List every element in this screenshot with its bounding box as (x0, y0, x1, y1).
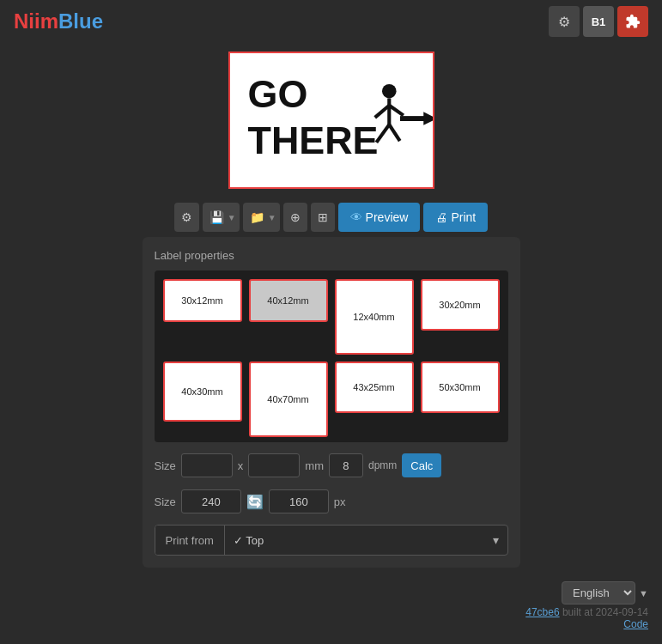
height-px-input[interactable] (269, 489, 329, 513)
dpmm-label: dpmm (368, 459, 397, 471)
eye-icon: 👁 (350, 210, 362, 224)
refresh-btn[interactable]: 🔄 (246, 494, 264, 510)
settings-icon-btn[interactable]: ⚙ (549, 6, 580, 37)
chevron-down-icon: ▼ (639, 588, 648, 598)
crop-btn[interactable]: ⊞ (311, 203, 335, 232)
plugin-button[interactable] (617, 6, 648, 37)
print-from-row: Print from ✓ Top Left Right Bottom ▾ (155, 525, 508, 556)
header: NiimBlue ⚙ B1 (0, 0, 662, 43)
size-grid: 30x12mm40x12mm12x40mm30x20mm40x30mm40x70… (155, 270, 508, 442)
size-item[interactable]: 30x12mm (163, 279, 242, 322)
label-preview: GO THERE (228, 52, 434, 189)
preview-svg: GO THERE (230, 53, 433, 187)
print-from-select[interactable]: ✓ Top Left Right Bottom (225, 526, 484, 555)
plugin-icon (625, 14, 641, 29)
logo-niim: Niim (14, 9, 58, 33)
svg-text:THERE: THERE (247, 118, 378, 162)
size-label: Size (155, 459, 176, 472)
commit-link[interactable]: 47cbe6 (525, 606, 559, 618)
code-link[interactable]: Code (623, 618, 648, 630)
app-logo: NiimBlue (14, 9, 103, 33)
settings-icon: ⚙ (181, 210, 192, 224)
size-px-row: Size 🔄 px (155, 487, 508, 516)
save-btn[interactable]: 💾 ▼ (203, 203, 240, 232)
settings-btn[interactable]: ⚙ (174, 203, 199, 232)
refresh-icon: 🔄 (246, 494, 264, 510)
logo-blue: Blue (58, 9, 103, 33)
size-width-input[interactable] (181, 453, 233, 477)
panel: Label properties 30x12mm40x12mm12x40mm30… (143, 237, 520, 568)
size-px-label: Size (155, 495, 176, 508)
folder-arrow: ▼ (268, 213, 276, 222)
add-circle-btn[interactable]: ⊕ (283, 203, 307, 232)
unit-px: px (334, 495, 346, 508)
header-buttons: ⚙ B1 (549, 6, 648, 37)
x-separator: x (238, 459, 244, 472)
size-item[interactable]: 40x70mm (249, 361, 328, 437)
crop-icon: ⊞ (318, 210, 328, 224)
dpi-input[interactable] (329, 453, 363, 477)
panel-title: Label properties (155, 249, 508, 262)
svg-line-4 (374, 106, 389, 118)
preview-area: GO THERE (0, 43, 662, 197)
size-item[interactable]: 12x40mm (335, 279, 414, 355)
unit-mm: mm (305, 459, 324, 472)
folder-btn[interactable]: 📁 ▼ (243, 203, 280, 232)
save-arrow: ▼ (228, 213, 236, 222)
size-item[interactable]: 43x25mm (335, 361, 414, 413)
print-from-label: Print from (155, 526, 225, 555)
calc-btn[interactable]: Calc (402, 453, 441, 477)
toolbar: ⚙ 💾 ▼ 📁 ▼ ⊕ ⊞ 👁 Preview 🖨 Print (0, 197, 662, 237)
svg-marker-9 (423, 112, 433, 125)
size-row: Size x mm dpmm Calc (155, 451, 508, 480)
size-item[interactable]: 50x30mm (421, 361, 500, 413)
print-icon: 🖨 (435, 210, 447, 224)
language-select[interactable]: English French German Spanish Chinese (562, 581, 635, 605)
svg-text:GO: GO (247, 72, 307, 116)
add-circle-icon: ⊕ (290, 210, 301, 224)
footer: English French German Spanish Chinese ▼ … (0, 581, 662, 630)
footer-info: 47cbe6 built at 2024-09-14 Code (525, 606, 648, 630)
b1-button[interactable]: B1 (583, 6, 614, 37)
preview-label: Preview (366, 210, 409, 224)
print-btn[interactable]: 🖨 Print (423, 203, 488, 232)
size-item[interactable]: 40x12mm (249, 279, 328, 322)
chevron-down-icon: ▾ (484, 533, 507, 547)
preview-btn[interactable]: 👁 Preview (338, 203, 421, 232)
size-item[interactable]: 30x20mm (421, 279, 500, 331)
width-px-input[interactable] (181, 489, 241, 513)
svg-line-5 (389, 106, 404, 116)
save-icon: 💾 (210, 210, 224, 224)
size-item[interactable]: 40x30mm (163, 361, 242, 422)
svg-line-7 (389, 125, 399, 141)
built-text: built at 2024-09-14 (560, 606, 648, 618)
print-label: Print (451, 210, 476, 224)
size-height-input[interactable] (248, 453, 300, 477)
svg-point-2 (381, 84, 396, 99)
arrow (399, 112, 432, 125)
folder-icon: 📁 (250, 210, 264, 224)
svg-line-6 (376, 125, 389, 143)
